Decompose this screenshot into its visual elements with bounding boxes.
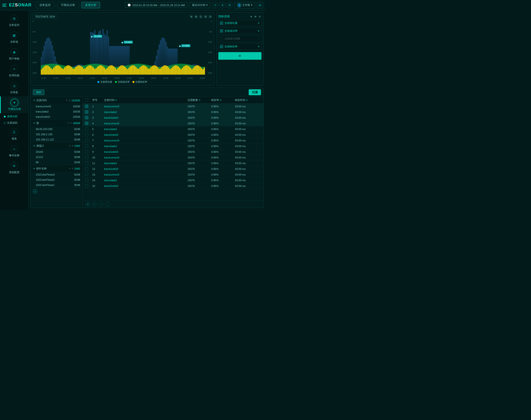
sidebar-item-perf[interactable]: ≡ 应用性能 xyxy=(0,63,28,80)
td-code-8: transGold10 xyxy=(104,150,187,153)
chart-icon-1[interactable]: ⊕ xyxy=(189,15,193,18)
td-rate-1: 0.85% xyxy=(211,111,235,113)
metric-check-2[interactable] xyxy=(220,37,223,40)
menu-icon[interactable] xyxy=(2,3,8,8)
sidebar-item-visual[interactable]: ✦ 可视化分析 xyxy=(0,96,28,113)
row-checkbox-3[interactable]: ✓ xyxy=(85,122,88,125)
breadcrumb-item-monitor[interactable]: 业务监控 xyxy=(36,2,54,8)
edit-icon-2[interactable]: ✎ xyxy=(69,145,71,147)
th-qty[interactable]: 交易数量 ⇅ xyxy=(187,98,211,102)
time-quick-btn[interactable]: 最近10分钟 ▾ xyxy=(189,2,210,8)
row-checkbox-8[interactable] xyxy=(85,150,88,153)
svg-rect-125 xyxy=(94,69,95,75)
sort-icon-time: ⇅ xyxy=(246,99,248,101)
user-dropdown-icon: ▾ xyxy=(251,3,252,7)
metric-check-0[interactable]: ✓ xyxy=(220,22,223,25)
filter-group-1: ▼ 源 ✎ ✕ 49608 58.83.223.255 8248 xyxy=(31,120,82,142)
metrics-icon-1[interactable]: ⊕ xyxy=(250,15,253,18)
filter-group-header-1[interactable]: ▼ 源 ✎ ✕ 49608 xyxy=(31,120,82,126)
chart-icon-3[interactable]: ◫ xyxy=(199,15,203,18)
row-checkbox-2[interactable]: ✓ xyxy=(85,116,88,119)
sidebar-sub-trace[interactable]: 交易追踪 xyxy=(0,120,28,126)
breadcrumb-item-visual[interactable]: 可视化分析 xyxy=(57,2,79,8)
sidebar-item-report[interactable]: ☰ 报表 xyxy=(0,126,28,143)
td-num-11: 12 xyxy=(92,167,104,170)
user-info[interactable]: 👤 王华青 ▾ xyxy=(234,2,255,9)
row-checkbox-10[interactable] xyxy=(85,162,88,165)
filter-input[interactable] xyxy=(46,91,247,94)
footer-btn-3[interactable]: ↑ xyxy=(98,202,104,207)
refresh-btn[interactable]: ↺ xyxy=(212,2,218,8)
pause-btn[interactable]: ⏸ xyxy=(219,2,225,8)
breadcrumb-sep-1: › xyxy=(55,3,56,7)
close-icon-3[interactable]: ✕ xyxy=(72,167,74,170)
td-check-12 xyxy=(85,173,92,176)
td-time-6: 43:00 ms xyxy=(235,139,261,142)
chart-icon-5[interactable]: ⊡ xyxy=(208,15,212,18)
filter-item-val-1-0: 8248 xyxy=(75,128,80,131)
row-checkbox-1[interactable]: ✓ xyxy=(85,110,88,113)
row-checkbox-13[interactable] xyxy=(85,179,88,182)
th-code[interactable]: 交易代码 ⇅ xyxy=(104,98,187,102)
metrics-icon-2[interactable]: ⊞ xyxy=(254,15,257,18)
td-qty-5: 15576 xyxy=(187,133,211,136)
sidebar-sub-multi[interactable]: 多维分析 xyxy=(0,113,28,120)
breadcrumb-item-multi[interactable]: 多维分析 xyxy=(81,2,100,8)
chart-icon-2[interactable]: ⊞ xyxy=(194,15,198,18)
metrics-icon-3[interactable]: ⊡ xyxy=(258,15,262,18)
sidebar-item-scene[interactable]: ▦ 业务场 xyxy=(0,29,28,46)
th-time[interactable]: 响应时间 ⇅ xyxy=(235,98,261,102)
close-icon-0[interactable]: ✕ xyxy=(68,99,70,102)
row-checkbox-11[interactable] xyxy=(85,167,88,170)
edit-icon-1[interactable]: ✎ xyxy=(67,122,69,124)
footer-btn-4[interactable]: ↓ xyxy=(105,202,110,207)
sidebar-item-dashboard[interactable]: ◎ 仪表盘 xyxy=(0,80,28,96)
metric-check-3[interactable]: ✓ xyxy=(220,45,223,48)
row-checkbox-7[interactable] xyxy=(85,145,88,148)
close-icon-1[interactable]: ✕ xyxy=(70,122,72,124)
svg-rect-44 xyxy=(57,65,58,75)
row-checkbox-12[interactable] xyxy=(85,173,88,176)
row-checkbox-5[interactable] xyxy=(85,133,88,136)
header-checkbox[interactable] xyxy=(85,99,88,102)
svg-rect-119 xyxy=(92,66,93,75)
th-check xyxy=(85,99,92,102)
edit-icon-0[interactable]: ✎ xyxy=(66,99,68,102)
sidebar-item-monitor[interactable]: ⊞ 业务监控 xyxy=(0,12,28,29)
edit-icon-3[interactable]: ✎ xyxy=(69,167,71,170)
add-filter-btn[interactable]: + xyxy=(33,189,37,194)
svg-rect-89 xyxy=(78,65,79,75)
grid-btn[interactable]: ⊞ xyxy=(257,2,263,8)
filter-group-header-0[interactable]: ▼ 交易代码 ✎ ✕ 153836 xyxy=(31,97,82,104)
time-range[interactable]: 🕐 2016.01.28 10:20 AM – 2016.01.28 10:21… xyxy=(125,2,187,8)
svg-rect-320 xyxy=(183,67,185,75)
footer-btn-1[interactable]: ✕ xyxy=(85,202,90,207)
row-checkbox-6[interactable] xyxy=(85,139,88,142)
filter-group-header-3[interactable]: ▼ 探针名称 ✎ ✕ 2483 xyxy=(31,165,82,172)
add-metric-btn[interactable]: + xyxy=(218,52,262,60)
filter-btn[interactable]: 过滤 xyxy=(249,89,261,95)
filter-tab[interactable]: 规则 xyxy=(33,90,44,95)
sidebar-item-ux[interactable]: ◉ 用户体验 xyxy=(0,46,28,63)
row-checkbox-14[interactable] xyxy=(85,184,88,187)
chart-container: TESTDATE 3324 ⊕ ⊞ ◫ ⊟ ⊡ byte/s 25M 20M 1… xyxy=(30,12,214,86)
close-icon-2[interactable]: ✕ xyxy=(72,145,74,147)
th-rate[interactable]: 响应率 ⇅ xyxy=(211,98,235,102)
row-checkbox-4[interactable] xyxy=(85,127,88,131)
svg-rect-101 xyxy=(83,69,84,75)
metric-label-3: 交易响应率 xyxy=(224,45,256,48)
sidebar-item-config[interactable]: ⚙ 系统配置 xyxy=(0,160,28,177)
metric-check-1[interactable]: ✓ xyxy=(220,29,223,32)
chart-icon-4[interactable]: ⊟ xyxy=(204,15,207,18)
td-code-14: transGold10 xyxy=(104,184,187,187)
sidebar-item-alert[interactable]: ⚠ 事件告警 xyxy=(0,143,28,160)
td-rate-0: 0.85% xyxy=(211,105,235,108)
td-qty-6: 15576 xyxy=(187,139,211,142)
footer-btn-2[interactable]: ✓ xyxy=(92,202,97,207)
report-icon: ☰ xyxy=(10,128,18,136)
row-checkbox-0[interactable]: ✓ xyxy=(85,105,88,108)
row-checkbox-9[interactable] xyxy=(85,156,88,159)
settings-btn[interactable]: ⚙ xyxy=(226,2,233,8)
filter-group-header-2[interactable]: ▼ 源端口 ✎ ✕ 2483 xyxy=(31,142,82,149)
table-row: 12 transGold10 15576 0.85% 43:00 ms xyxy=(83,166,263,172)
